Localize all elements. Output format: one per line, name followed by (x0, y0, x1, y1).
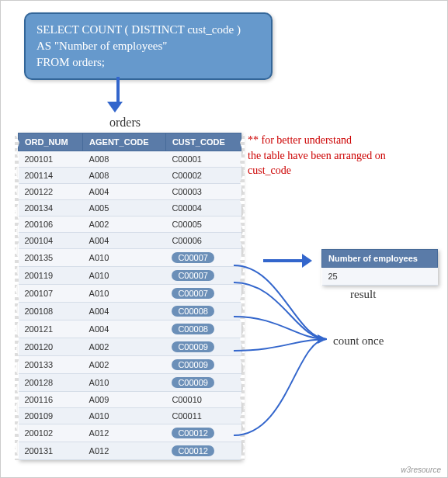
note-line-2: the table have been arranged on (248, 148, 422, 164)
cell-ord-num: 200120 (19, 338, 83, 356)
cell-ord-num: 200114 (19, 168, 83, 184)
highlight-pill: C00007 (172, 270, 214, 281)
cell-cust-code: C00010 (165, 392, 241, 408)
arrow-right-icon (263, 254, 312, 268)
footer-attribution: w3resource (401, 466, 441, 474)
highlight-pill: C00009 (172, 359, 214, 370)
orders-table: ORD_NUM AGENT_CODE CUST_CODE 200101A008C… (18, 133, 241, 460)
table-row: 200133A002C00009 (19, 356, 241, 374)
note-line-1: ** for better understand (248, 133, 422, 148)
cell-ord-num: 200135 (19, 249, 83, 267)
cell-ord-num: 200119 (19, 267, 83, 285)
table-row: 200120A002C00009 (19, 338, 241, 356)
cell-cust-code: C00003 (165, 184, 241, 200)
cell-agent-code: A002 (83, 216, 166, 233)
cell-agent-code: A010 (83, 285, 166, 303)
cell-agent-code: A010 (83, 374, 166, 392)
cell-ord-num: 200131 (19, 442, 83, 460)
cell-agent-code: A010 (83, 408, 166, 424)
cell-agent-code: A010 (83, 249, 166, 267)
highlight-pill: C00009 (172, 341, 214, 352)
table-row: 200116A009C00010 (19, 392, 241, 408)
cell-agent-code: A004 (83, 184, 166, 200)
sql-line-1: SELECT COUNT ( DISTINCT cust_code ) (36, 22, 260, 38)
table-row: 200101A008C00001 (19, 151, 241, 168)
table-row: 200121A004C00008 (19, 320, 241, 338)
count-once-label: count once (333, 334, 384, 348)
result-value: 25 (322, 268, 438, 286)
cell-agent-code: A010 (83, 267, 166, 285)
cell-ord-num: 200104 (19, 233, 83, 249)
table-row: 200104A004C00006 (19, 233, 241, 249)
cell-agent-code: A008 (83, 151, 166, 168)
sql-line-2: AS "Number of employees" (36, 38, 260, 54)
cell-ord-num: 200116 (19, 392, 83, 408)
highlight-pill: C00007 (172, 252, 214, 263)
cell-cust-code: C00008 (165, 320, 241, 338)
orders-label: orders (109, 116, 141, 130)
table-row: 200108A004C00008 (19, 303, 241, 320)
table-row: 200134A005C00004 (19, 200, 241, 216)
cell-ord-num: 200122 (19, 184, 83, 200)
cell-ord-num: 200109 (19, 408, 83, 424)
table-row: 200128A010C00009 (19, 374, 241, 392)
table-row: 200114A008C00002 (19, 168, 241, 184)
cell-agent-code: A002 (83, 356, 166, 374)
cell-cust-code: C00006 (165, 233, 241, 249)
cell-cust-code: C00009 (165, 356, 241, 374)
cell-cust-code: C00012 (165, 442, 241, 460)
cell-cust-code: C00002 (165, 168, 241, 184)
highlight-pill: C00008 (172, 306, 214, 317)
highlight-pill: C00007 (172, 288, 214, 299)
highlight-pill: C00012 (172, 428, 214, 438)
result-table: Number of employees 25 (321, 249, 438, 286)
cell-cust-code: C00007 (165, 267, 241, 285)
col-ord-num: ORD_NUM (19, 133, 83, 151)
table-row: 200122A004C00003 (19, 184, 241, 200)
table-row: 200119A010C00007 (19, 267, 241, 285)
cell-cust-code: C00009 (165, 374, 241, 392)
cell-cust-code: C00005 (165, 216, 241, 233)
cell-agent-code: A004 (83, 233, 166, 249)
svg-marker-0 (318, 334, 327, 344)
cell-cust-code: C00011 (165, 408, 241, 424)
cell-cust-code: C00008 (165, 303, 241, 320)
cell-ord-num: 200107 (19, 285, 83, 303)
cell-ord-num: 200106 (19, 216, 83, 233)
cell-ord-num: 200134 (19, 200, 83, 216)
cell-agent-code: A009 (83, 392, 166, 408)
table-row: 200102A012C00012 (19, 424, 241, 442)
table-row: 200107A010C00007 (19, 285, 241, 303)
highlight-pill: C00009 (172, 377, 214, 388)
table-row: 200131A012C00012 (19, 442, 241, 460)
orders-header-row: ORD_NUM AGENT_CODE CUST_CODE (19, 133, 241, 151)
cell-cust-code: C00012 (165, 424, 241, 442)
result-label: result (350, 288, 376, 301)
cell-cust-code: C00001 (165, 151, 241, 168)
table-row: 200106A002C00005 (19, 216, 241, 233)
note-line-3: cust_code (248, 163, 422, 178)
sql-query-box: SELECT COUNT ( DISTINCT cust_code ) AS "… (24, 12, 273, 80)
cell-agent-code: A005 (83, 200, 166, 216)
cell-ord-num: 200108 (19, 303, 83, 320)
highlight-pill: C00008 (172, 324, 214, 334)
cell-agent-code: A012 (83, 442, 166, 460)
table-row: 200135A010C00007 (19, 249, 241, 267)
cell-agent-code: A004 (83, 303, 166, 320)
col-agent-code: AGENT_CODE (83, 133, 166, 151)
cell-cust-code: C00007 (165, 249, 241, 267)
cell-agent-code: A002 (83, 338, 166, 356)
cell-ord-num: 200133 (19, 356, 83, 374)
table-row: 200109A010C00011 (19, 408, 241, 424)
cell-cust-code: C00004 (165, 200, 241, 216)
note-text: ** for better understand the table have … (248, 133, 422, 178)
col-cust-code: CUST_CODE (165, 133, 241, 151)
cell-agent-code: A004 (83, 320, 166, 338)
result-header: Number of employees (322, 250, 438, 268)
arrow-down-icon (113, 77, 123, 113)
cell-cust-code: C00009 (165, 338, 241, 356)
highlight-pill: C00012 (172, 445, 214, 456)
cell-ord-num: 200121 (19, 320, 83, 338)
cell-agent-code: A012 (83, 424, 166, 442)
cell-ord-num: 200101 (19, 151, 83, 168)
